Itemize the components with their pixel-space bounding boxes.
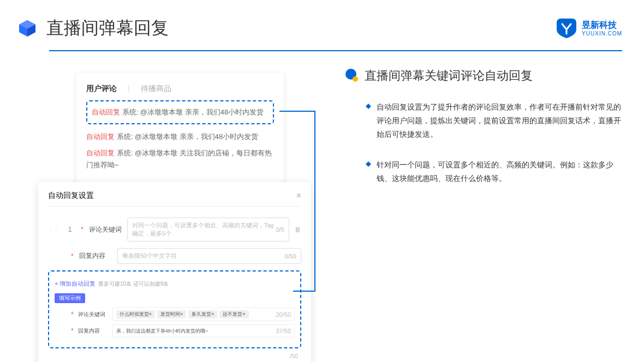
- tab-user-comments[interactable]: 用户评论: [86, 84, 117, 94]
- input-placeholder: 对同一个问题，可设置多个相近、高频的关键词，Tag确定，最多5个: [132, 221, 276, 238]
- ex-content-label: 回复内容: [78, 327, 108, 335]
- keyword-tag[interactable]: 多久发货×: [188, 310, 217, 318]
- keyword-tag[interactable]: 发货时间×: [157, 310, 186, 318]
- diamond-icon: [366, 161, 371, 167]
- main-content: 用户评论 | 待播商品 自动回复 系统: @冰墩墩本墩 亲亲，我们48小时内发货…: [0, 51, 644, 335]
- comment-text: 系统: @冰墩墩本墩 亲亲，我们48小时内发货: [122, 108, 264, 116]
- comment-text: 系统: @冰墩墩本墩 亲亲，我们48小时内发货: [117, 132, 259, 141]
- keyword-tag[interactable]: 还不发货×: [219, 310, 248, 318]
- chat-bubble-icon: [344, 68, 359, 83]
- brand-name: 昱新科技: [582, 20, 622, 30]
- content-row: * 回复内容 每条限50个中文字符 0/50: [48, 248, 301, 264]
- tag-list: 什么时候发货× 发货时间× 多久发货× 还不发货×: [116, 310, 249, 318]
- mockup-panel: 用户评论 | 待播商品 自动回复 系统: @冰墩墩本墩 亲亲，我们48小时内发货…: [38, 68, 311, 335]
- bullet-item-1: 自动回复设置为了提升作者的评论回复效率，作者可在开播前针对常见的评论用户问题，提…: [344, 100, 622, 142]
- page-title: 直播间弹幕回复: [46, 16, 169, 40]
- bullet-item-2: 针对同一个问题，可设置多个相近的、高频的关键词。例如：这款多少钱、这块能优惠吗、…: [344, 158, 622, 185]
- required-star: *: [71, 252, 74, 260]
- keyword-label: 评论关键词: [89, 225, 122, 234]
- highlighted-comment: 自动回复 系统: @冰墩墩本墩 亲亲，我们48小时内发货: [86, 100, 274, 124]
- keyword-input[interactable]: 对同一个问题，可设置多个相近、高频的关键词，Tag确定，最多5个 0/5: [127, 218, 289, 242]
- description-panel: 直播间弹幕关键词评论自动回复 自动回复设置为了提升作者的评论回复效率，作者可在开…: [344, 68, 622, 335]
- example-block: + 增加自动回复 最多可建10条 还可以创建9条 填写示例 * 评论关键词 什么…: [48, 270, 301, 348]
- brand-url: YUUXIN.COM: [582, 31, 622, 37]
- ex-content-text: 亲，我们这边都是下单48小时内发货的哦~: [116, 328, 208, 335]
- close-icon[interactable]: ×: [296, 191, 301, 201]
- keyword-tag[interactable]: 什么时候发货×: [116, 310, 155, 318]
- header-left: 直播间弹幕回复: [16, 16, 169, 40]
- tabs-bar: 用户评论 | 待播商品: [86, 84, 274, 94]
- bullet-text: 针对同一个问题，可设置多个相近的、高频的关键词。例如：这款多少钱、这块能优惠吗、…: [377, 158, 622, 185]
- bullet-text: 自动回复设置为了提升作者的评论回复效率，作者可在开播前针对常见的评论用户问题，提…: [377, 100, 622, 142]
- char-counter: 37/50: [276, 328, 291, 334]
- auto-reply-tag: 自动回复: [86, 132, 115, 141]
- comment-row-2: 自动回复 系统: @冰墩墩本墩 亲亲，我们48小时内发货: [86, 131, 274, 143]
- input-placeholder: 每条限50个中文字符: [122, 252, 177, 260]
- content-label: 回复内容: [79, 251, 112, 261]
- add-reply-link[interactable]: + 增加自动回复: [55, 280, 96, 287]
- char-counter: 0/50: [285, 253, 296, 260]
- char-counter: 20/50: [276, 311, 291, 318]
- brand-mark-icon: [556, 17, 577, 39]
- row-number: 1: [64, 226, 75, 233]
- keyword-row: ⋮⋮ 1 * 评论关键词 对同一个问题，可设置多个相近、高频的关键词，Tag确定…: [48, 218, 301, 242]
- ex-content-input[interactable]: 亲，我们这边都是下单48小时内发货的哦~ 37/50: [112, 324, 295, 337]
- required-star: *: [71, 327, 74, 335]
- example-badge: 填写示例: [55, 293, 85, 303]
- add-note: 最多可建10条 还可以创建9条: [98, 281, 169, 287]
- comments-card: 用户评论 | 待播商品 自动回复 系统: @冰墩墩本墩 亲亲，我们48小时内发货…: [76, 73, 284, 185]
- brand-text: 昱新科技 YUUXIN.COM: [582, 20, 622, 37]
- svg-marker-6: [366, 161, 371, 167]
- ex-keyword-input[interactable]: 什么时候发货× 发货时间× 多久发货× 还不发货× 20/50: [112, 307, 295, 321]
- brand-logo: 昱新科技 YUUXIN.COM: [556, 17, 622, 39]
- diamond-icon: [366, 104, 371, 109]
- delete-icon[interactable]: 🗑: [295, 226, 301, 233]
- comment-row-3: 自动回复 系统: @冰墩墩本墩 关注我们的店铺，每日都有热门推荐呦~: [86, 147, 274, 171]
- settings-title: 自动回复设置: [48, 191, 94, 201]
- settings-header: 自动回复设置 ×: [48, 191, 301, 207]
- cube-icon: [16, 17, 38, 39]
- outer-counter: /50: [290, 353, 298, 359]
- required-star: *: [71, 311, 74, 318]
- required-star: *: [81, 226, 84, 233]
- svg-point-4: [353, 76, 358, 82]
- char-counter: 0/5: [276, 226, 284, 233]
- ex-keyword-label: 评论关键词: [78, 311, 108, 318]
- drag-handle-icon[interactable]: ⋮⋮: [48, 227, 59, 233]
- section-title: 直播间弹幕关键词评论自动回复: [365, 68, 533, 84]
- page-header: 直播间弹幕回复 昱新科技 YUUXIN.COM: [0, 0, 644, 46]
- example-content-row: * 回复内容 亲，我们这边都是下单48小时内发货的哦~ 37/50: [55, 324, 295, 337]
- example-keyword-row: * 评论关键词 什么时候发货× 发货时间× 多久发货× 还不发货× 20/50: [55, 307, 295, 321]
- section-header: 直播间弹幕关键词评论自动回复: [344, 68, 622, 84]
- auto-reply-tag: 自动回复: [86, 149, 115, 157]
- settings-card: 自动回复设置 × ⋮⋮ 1 * 评论关键词 对同一个问题，可设置多个相近、高频的…: [38, 182, 311, 362]
- tab-pending-goods[interactable]: 待播商品: [141, 84, 171, 94]
- svg-marker-5: [366, 104, 371, 109]
- auto-reply-tag: 自动回复: [92, 108, 120, 116]
- content-input[interactable]: 每条限50个中文字符 0/50: [117, 248, 301, 264]
- tab-divider: |: [128, 84, 130, 94]
